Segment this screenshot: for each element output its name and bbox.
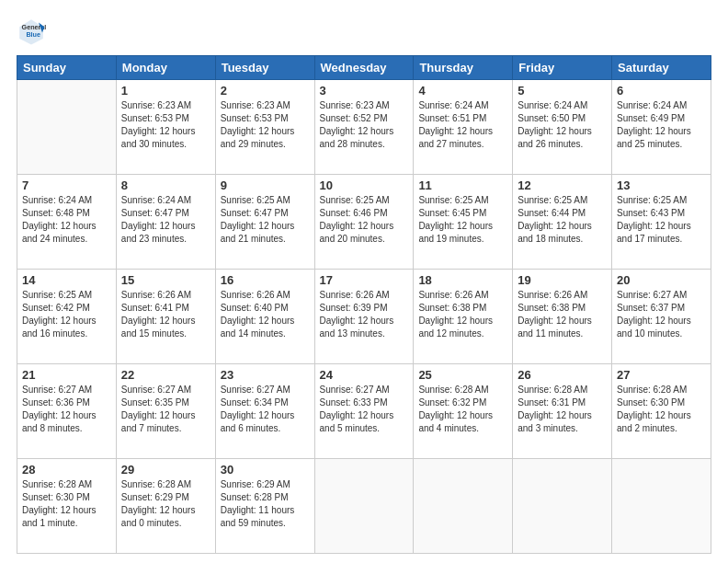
day-number: 26 (518, 368, 607, 382)
calendar-cell: 6Sunrise: 6:24 AMSunset: 6:49 PMDaylight… (612, 80, 711, 175)
calendar-cell: 5Sunrise: 6:24 AMSunset: 6:50 PMDaylight… (513, 80, 612, 175)
weekday-header-saturday: Saturday (612, 56, 711, 80)
calendar-cell: 24Sunrise: 6:27 AMSunset: 6:33 PMDayligh… (314, 364, 414, 459)
day-info: Sunrise: 6:25 AMSunset: 6:42 PMDaylight:… (22, 289, 111, 340)
calendar-cell: 18Sunrise: 6:26 AMSunset: 6:38 PMDayligh… (414, 270, 513, 364)
day-info: Sunrise: 6:24 AMSunset: 6:48 PMDaylight:… (22, 194, 111, 246)
day-number: 2 (221, 84, 310, 98)
day-info: Sunrise: 6:26 AMSunset: 6:38 PMDaylight:… (418, 289, 507, 340)
calendar-cell: 7Sunrise: 6:24 AMSunset: 6:48 PMDaylight… (17, 175, 117, 270)
day-number: 8 (121, 178, 210, 192)
calendar-cell: 28Sunrise: 6:28 AMSunset: 6:30 PMDayligh… (17, 459, 117, 554)
calendar-cell: 25Sunrise: 6:28 AMSunset: 6:32 PMDayligh… (414, 364, 513, 459)
weekday-header-row: SundayMondayTuesdayWednesdayThursdayFrid… (17, 56, 711, 80)
calendar-cell: 1Sunrise: 6:23 AMSunset: 6:53 PMDaylight… (116, 80, 215, 175)
day-number: 28 (22, 463, 111, 477)
weekday-header-wednesday: Wednesday (314, 56, 414, 80)
day-number: 5 (518, 84, 607, 98)
day-number: 19 (518, 273, 607, 287)
weekday-header-tuesday: Tuesday (215, 56, 314, 80)
calendar-cell: 11Sunrise: 6:25 AMSunset: 6:45 PMDayligh… (414, 175, 513, 270)
calendar-cell: 27Sunrise: 6:28 AMSunset: 6:30 PMDayligh… (612, 364, 711, 459)
calendar-cell: 17Sunrise: 6:26 AMSunset: 6:39 PMDayligh… (314, 270, 414, 364)
day-number: 15 (121, 273, 210, 287)
day-number: 23 (221, 368, 310, 382)
day-number: 29 (121, 463, 210, 477)
weekday-header-sunday: Sunday (17, 56, 117, 80)
calendar-cell: 8Sunrise: 6:24 AMSunset: 6:47 PMDaylight… (116, 175, 215, 270)
weekday-header-friday: Friday (513, 56, 612, 80)
day-info: Sunrise: 6:24 AMSunset: 6:51 PMDaylight:… (418, 99, 507, 151)
calendar-cell: 21Sunrise: 6:27 AMSunset: 6:36 PMDayligh… (17, 364, 117, 459)
day-info: Sunrise: 6:24 AMSunset: 6:50 PMDaylight:… (518, 99, 607, 151)
day-number: 27 (617, 368, 706, 382)
day-info: Sunrise: 6:27 AMSunset: 6:34 PMDaylight:… (221, 384, 310, 435)
day-info: Sunrise: 6:28 AMSunset: 6:30 PMDaylight:… (22, 478, 111, 530)
day-number: 4 (418, 84, 507, 98)
calendar-cell: 13Sunrise: 6:25 AMSunset: 6:43 PMDayligh… (612, 175, 711, 270)
day-number: 30 (221, 463, 310, 477)
day-info: Sunrise: 6:23 AMSunset: 6:53 PMDaylight:… (121, 99, 210, 151)
day-info: Sunrise: 6:27 AMSunset: 6:37 PMDaylight:… (617, 289, 706, 340)
calendar-cell: 26Sunrise: 6:28 AMSunset: 6:31 PMDayligh… (513, 364, 612, 459)
day-number: 13 (617, 178, 706, 192)
calendar-week-row: 28Sunrise: 6:28 AMSunset: 6:30 PMDayligh… (17, 459, 711, 554)
weekday-header-monday: Monday (116, 56, 215, 80)
calendar-cell: 2Sunrise: 6:23 AMSunset: 6:53 PMDaylight… (215, 80, 314, 175)
day-info: Sunrise: 6:27 AMSunset: 6:33 PMDaylight:… (320, 384, 409, 435)
day-info: Sunrise: 6:27 AMSunset: 6:35 PMDaylight:… (121, 384, 210, 435)
day-info: Sunrise: 6:26 AMSunset: 6:38 PMDaylight:… (518, 289, 607, 340)
day-info: Sunrise: 6:24 AMSunset: 6:49 PMDaylight:… (617, 99, 706, 151)
day-info: Sunrise: 6:28 AMSunset: 6:29 PMDaylight:… (121, 478, 210, 530)
day-info: Sunrise: 6:23 AMSunset: 6:52 PMDaylight:… (320, 99, 409, 151)
day-number: 9 (221, 178, 310, 192)
calendar-cell: 20Sunrise: 6:27 AMSunset: 6:37 PMDayligh… (612, 270, 711, 364)
svg-text:Blue: Blue (26, 30, 40, 39)
calendar-cell: 15Sunrise: 6:26 AMSunset: 6:41 PMDayligh… (116, 270, 215, 364)
header: General Blue (17, 17, 711, 46)
day-info: Sunrise: 6:28 AMSunset: 6:31 PMDaylight:… (518, 384, 607, 435)
weekday-header-thursday: Thursday (414, 56, 513, 80)
day-info: Sunrise: 6:26 AMSunset: 6:39 PMDaylight:… (320, 289, 409, 340)
calendar-cell: 12Sunrise: 6:25 AMSunset: 6:44 PMDayligh… (513, 175, 612, 270)
day-info: Sunrise: 6:27 AMSunset: 6:36 PMDaylight:… (22, 384, 111, 435)
day-info: Sunrise: 6:28 AMSunset: 6:32 PMDaylight:… (418, 384, 507, 435)
day-number: 12 (518, 178, 607, 192)
day-number: 7 (22, 178, 111, 192)
calendar-cell (414, 459, 513, 554)
day-number: 18 (418, 273, 507, 287)
calendar-week-row: 1Sunrise: 6:23 AMSunset: 6:53 PMDaylight… (17, 80, 711, 175)
calendar-cell: 29Sunrise: 6:28 AMSunset: 6:29 PMDayligh… (116, 459, 215, 554)
page: General Blue SundayMondayTuesdayWednesda… (0, 0, 728, 563)
day-number: 14 (22, 273, 111, 287)
calendar-table: SundayMondayTuesdayWednesdayThursdayFrid… (17, 55, 711, 554)
day-number: 17 (320, 273, 409, 287)
logo-icon: General Blue (17, 17, 46, 46)
calendar-cell (513, 459, 612, 554)
day-number: 10 (320, 178, 409, 192)
day-number: 21 (22, 368, 111, 382)
day-info: Sunrise: 6:24 AMSunset: 6:47 PMDaylight:… (121, 194, 210, 246)
day-info: Sunrise: 6:28 AMSunset: 6:30 PMDaylight:… (617, 384, 706, 435)
day-info: Sunrise: 6:29 AMSunset: 6:28 PMDaylight:… (221, 478, 310, 530)
logo: General Blue (17, 17, 50, 46)
day-number: 16 (221, 273, 310, 287)
day-info: Sunrise: 6:25 AMSunset: 6:45 PMDaylight:… (418, 194, 507, 246)
calendar-cell (314, 459, 414, 554)
day-number: 24 (320, 368, 409, 382)
calendar-cell: 3Sunrise: 6:23 AMSunset: 6:52 PMDaylight… (314, 80, 414, 175)
calendar-cell: 10Sunrise: 6:25 AMSunset: 6:46 PMDayligh… (314, 175, 414, 270)
day-info: Sunrise: 6:26 AMSunset: 6:40 PMDaylight:… (221, 289, 310, 340)
calendar-cell: 14Sunrise: 6:25 AMSunset: 6:42 PMDayligh… (17, 270, 117, 364)
calendar-cell: 4Sunrise: 6:24 AMSunset: 6:51 PMDaylight… (414, 80, 513, 175)
calendar-cell: 9Sunrise: 6:25 AMSunset: 6:47 PMDaylight… (215, 175, 314, 270)
day-number: 3 (320, 84, 409, 98)
day-number: 6 (617, 84, 706, 98)
day-number: 25 (418, 368, 507, 382)
calendar-cell: 19Sunrise: 6:26 AMSunset: 6:38 PMDayligh… (513, 270, 612, 364)
day-number: 11 (418, 178, 507, 192)
day-info: Sunrise: 6:25 AMSunset: 6:43 PMDaylight:… (617, 194, 706, 246)
calendar-week-row: 21Sunrise: 6:27 AMSunset: 6:36 PMDayligh… (17, 364, 711, 459)
calendar-cell (17, 80, 117, 175)
day-info: Sunrise: 6:26 AMSunset: 6:41 PMDaylight:… (121, 289, 210, 340)
